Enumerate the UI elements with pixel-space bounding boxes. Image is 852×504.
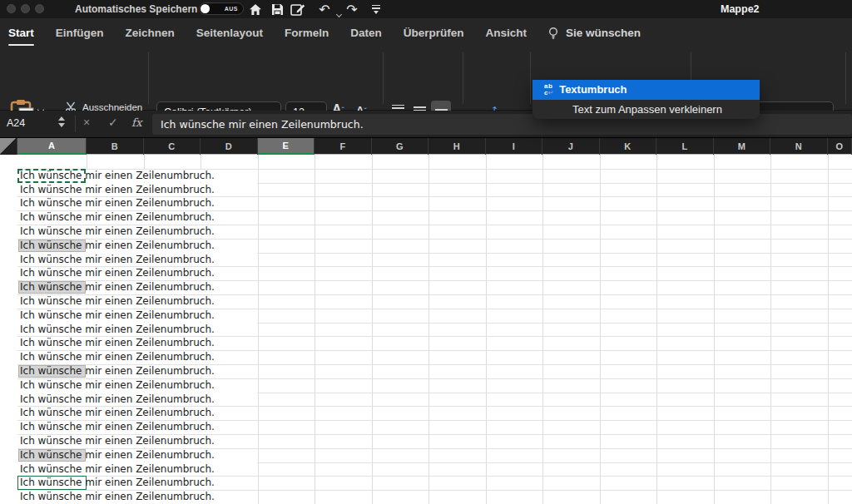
cell-text-A15: Ich wünsche mir einen Zeilenumbruch. xyxy=(20,350,215,364)
wrap-menu-item-label: Textumbruch xyxy=(559,83,627,96)
column-header-L[interactable]: L xyxy=(656,138,714,155)
cell-text-A12: Ich wünsche mir einen Zeilenumbruch. xyxy=(20,309,215,323)
cell-text-A21: Ich wünsche mir einen Zeilenumbruch. xyxy=(20,434,215,448)
spreadsheet-grid: ABCDEFGHIJKLMNO 123456789101112131415161… xyxy=(0,138,852,504)
column-header-B[interactable]: B xyxy=(87,138,144,155)
column-header-D[interactable]: D xyxy=(201,138,258,155)
home-icon[interactable] xyxy=(248,2,263,17)
autosave-state: AUS xyxy=(225,6,238,12)
edit-icon[interactable] xyxy=(290,2,305,17)
cell-text-A17: Ich wünsche mir einen Zeilenumbruch. xyxy=(20,378,215,393)
name-box[interactable]: A24 xyxy=(7,117,25,129)
tab-seitenlayout[interactable]: Seitenlayout xyxy=(196,27,263,39)
column-header-O[interactable]: O xyxy=(828,138,852,155)
column-header-H[interactable]: H xyxy=(428,138,486,155)
gridline-vertical xyxy=(372,155,373,504)
gridline-vertical xyxy=(656,155,657,504)
cancel-icon[interactable]: × xyxy=(83,116,90,129)
save-icon[interactable] xyxy=(270,2,285,17)
column-header-M[interactable]: M xyxy=(714,138,771,155)
gridline-vertical xyxy=(714,155,715,504)
cell-text-A16: Ich wünsche mir einen Zeilenumbruch. xyxy=(20,364,215,378)
column-header-C[interactable]: C xyxy=(144,138,201,155)
tab-ansicht[interactable]: Ansicht xyxy=(486,27,528,39)
cell-text-A22: Ich wünsche mir einen Zeilenumbruch. xyxy=(20,448,215,462)
cell-text-A10: Ich wünsche mir einen Zeilenumbruch. xyxy=(20,280,215,294)
gridline-vertical xyxy=(428,155,429,504)
cell-text-A11: Ich wünsche mir einen Zeilenumbruch. xyxy=(20,294,215,309)
autosave-label: Automatisches Speichern xyxy=(75,3,197,15)
autosave-toggle[interactable]: AUS xyxy=(199,2,244,15)
cell-text-A23: Ich wünsche mir einen Zeilenumbruch. xyxy=(20,462,215,477)
name-box-stepper[interactable] xyxy=(58,116,65,127)
gridline-vertical xyxy=(542,155,543,504)
wrap-menu-item-2[interactable]: Text zum Anpassen verkleinern xyxy=(532,100,760,120)
cell-text-A20: Ich wünsche mir einen Zeilenumbruch. xyxy=(20,420,215,434)
title-bar: Automatisches Speichern AUS ↶ ↷ Mappe2 xyxy=(0,0,852,18)
cell-text-A8: Ich wünsche mir einen Zeilenumbruch. xyxy=(20,253,215,267)
ribbon-display-options-icon[interactable] xyxy=(369,2,384,17)
gridline-vertical xyxy=(486,155,487,504)
enter-icon[interactable]: ✓ xyxy=(108,116,118,129)
tab-start[interactable]: Start xyxy=(8,27,34,39)
insert-function-icon[interactable]: fx xyxy=(131,116,142,129)
formula-text: Ich wünsche mir einen Zeilenumbruch. xyxy=(161,118,364,131)
cell-text-A13: Ich wünsche mir einen Zeilenumbruch. xyxy=(20,323,215,337)
column-header-F[interactable]: F xyxy=(315,138,372,155)
gridline-vertical xyxy=(258,155,259,504)
gridline-vertical xyxy=(828,155,829,504)
cell-text-A6: Ich wünsche mir einen Zeilenumbruch. xyxy=(20,225,215,239)
document-title: Mappe2 xyxy=(721,3,760,15)
copied-cell-ants-A2[interactable] xyxy=(17,169,86,182)
cell-text-A9: Ich wünsche mir einen Zeilenumbruch. xyxy=(20,266,215,280)
zoom-window-button[interactable] xyxy=(35,4,44,13)
tab-einfügen[interactable]: Einfügen xyxy=(56,27,104,39)
redo-icon[interactable]: ↷ xyxy=(344,2,359,17)
cell-text-A5: Ich wünsche mir einen Zeilenumbruch. xyxy=(20,210,215,225)
cell-text-A7: Ich wünsche mir einen Zeilenumbruch. xyxy=(20,239,215,253)
ribbon-tab-bar: StartEinfügenZeichnenSeitenlayoutFormeln… xyxy=(0,18,852,47)
grid-body[interactable]: Ich wünsche mir einen Zeilenumbruch.Ich … xyxy=(0,155,852,504)
gridline-vertical xyxy=(600,155,601,504)
close-window-button[interactable] xyxy=(7,4,16,13)
cell-text-A14: Ich wünsche mir einen Zeilenumbruch. xyxy=(20,336,215,350)
select-all-corner[interactable] xyxy=(0,138,17,155)
cell-text-A24: Ich wünsche mir einen Zeilenumbruch. xyxy=(20,476,215,490)
gridline-vertical xyxy=(315,155,315,504)
wrap-menu: abc↵TextumbruchText zum Anpassen verklei… xyxy=(532,80,760,119)
column-header-N[interactable]: N xyxy=(770,138,828,155)
cell-text-A19: Ich wünsche mir einen Zeilenumbruch. xyxy=(20,406,215,420)
excel-window: Automatisches Speichern AUS ↶ ↷ Mappe2 S… xyxy=(0,0,852,504)
undo-icon[interactable]: ↶ xyxy=(317,2,332,17)
wrap-menu-item-1[interactable]: abc↵Textumbruch xyxy=(532,80,760,100)
minimize-window-button[interactable] xyxy=(21,4,30,13)
column-header-A[interactable]: A xyxy=(17,138,87,155)
wrap-text-menu-icon: abc↵ xyxy=(544,83,554,96)
cell-text-A25: Ich wünsche mir einen Zeilenumbruch. xyxy=(20,490,215,504)
lightbulb-icon xyxy=(547,27,559,40)
toggle-knob-icon xyxy=(201,4,210,13)
column-header-K[interactable]: K xyxy=(600,138,657,155)
column-header-E[interactable]: E xyxy=(258,138,315,155)
ribbon-tabs: StartEinfügenZeichnenSeitenlayoutFormeln… xyxy=(8,18,527,47)
cell-text-A3: Ich wünsche mir einen Zeilenumbruch. xyxy=(20,183,215,197)
tell-me-label: Sie wünschen xyxy=(566,27,641,39)
cell-text-A4: Ich wünsche mir einen Zeilenumbruch. xyxy=(20,196,215,210)
tab-daten[interactable]: Daten xyxy=(350,27,382,39)
grid-colheaders: ABCDEFGHIJKLMNO xyxy=(0,138,852,155)
tab-formeln[interactable]: Formeln xyxy=(285,27,329,39)
gridline-vertical xyxy=(770,155,771,504)
tell-me-search[interactable]: Sie wünschen xyxy=(547,18,641,47)
cell-text-A18: Ich wünsche mir einen Zeilenumbruch. xyxy=(20,393,215,407)
column-header-G[interactable]: G xyxy=(372,138,429,155)
tab-überprüfen[interactable]: Überprüfen xyxy=(404,27,464,39)
tab-zeichnen[interactable]: Zeichnen xyxy=(126,27,175,39)
wrap-menu-item-label: Text zum Anpassen verkleinern xyxy=(572,103,722,116)
column-header-I[interactable]: I xyxy=(486,138,543,155)
column-header-J[interactable]: J xyxy=(542,138,600,155)
